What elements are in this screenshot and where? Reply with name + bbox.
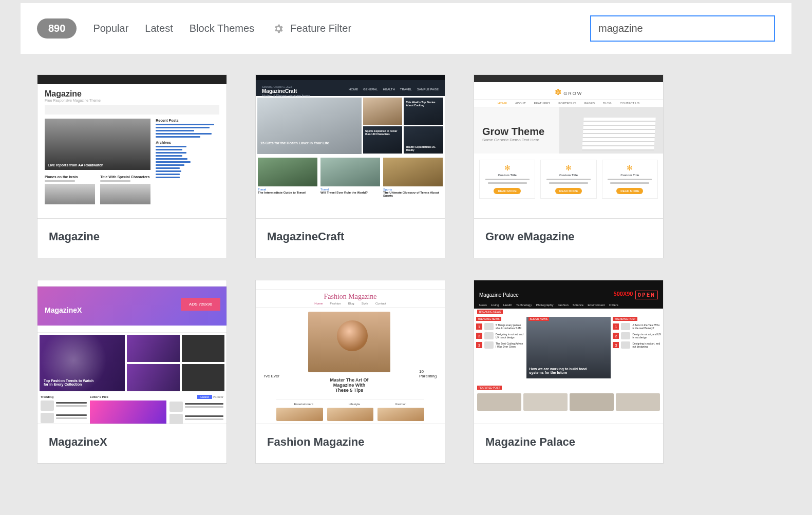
preview-post-title: The Ultimate Glossary of Terms About Spo… [383, 191, 443, 197]
preview-menu-item: Others [609, 303, 618, 307]
preview-site-tagline: Free Responsive Magazine Theme [45, 99, 219, 102]
theme-thumbnail: Magazine Free Responsive Magazine Theme … [37, 75, 226, 219]
results-count-badge: 890 [37, 18, 77, 39]
preview-menu-item: Photography [536, 303, 553, 307]
preview-logo: MagazineX [45, 306, 82, 314]
preview-menu-item: Health [503, 303, 512, 307]
preview-brand: Magazine Palace [479, 292, 519, 298]
tab-popular[interactable]: Popular [93, 23, 128, 34]
preview-menu-item: News [479, 303, 487, 307]
preview-menu-item: Style [362, 302, 368, 305]
preview-menu-item: Contact [375, 302, 386, 305]
preview-section-label: FEATURED POST [477, 386, 502, 390]
theme-search-input[interactable] [590, 15, 775, 42]
preview-tile-caption: Sports Explained in Fewer than 140 Chara… [365, 129, 403, 136]
theme-thumbnail: Magazine Palace 500X90 OPEN News Living … [474, 280, 663, 424]
preview-section-label: TRENDING NEWS [476, 317, 501, 321]
tab-block-themes[interactable]: Block Themes [190, 23, 254, 34]
preview-hero-title: How we are working to build food systems… [530, 367, 589, 374]
theme-card-magazinecraft[interactable]: Saturday, October 1, 2022 MagazineCraft … [255, 74, 445, 258]
preview-post-title: The Best Coding Advice I Was Ever Given [496, 342, 524, 348]
preview-category: Lifestyle [349, 403, 360, 406]
preview-post-title: The Intermediate Guide to Travel [258, 191, 317, 194]
preview-tile-caption: This Week's Top Stories About Cooking [406, 101, 443, 107]
preview-menu-item: Fashion [557, 303, 568, 307]
preview-button: READ MORE [494, 188, 520, 194]
preview-post-title: Design is not art, and UX is not design [632, 333, 661, 339]
preview-feature-title: Custom Title [544, 174, 593, 177]
preview-post-title: Will Travel Ever Rule the World? [320, 191, 380, 194]
theme-thumbnail: ✽ GROW HOME ABOUT FEATURES PORTFOLIO PAG… [474, 75, 663, 219]
preview-menu-item: Technology [516, 303, 532, 307]
preview-menu-item: BLOG [603, 102, 612, 105]
preview-feature-title: Custom Title [483, 174, 532, 177]
theme-name: Grow eMagazine [474, 219, 663, 258]
preview-hero-title: Master The Art Of Magazine With These 5 … [328, 377, 371, 393]
preview-post-title: 5 Things every person should do before 5… [496, 323, 524, 330]
preview-menu-item: TRAVEL [400, 88, 412, 91]
preview-tile-caption: Health: Expectations vs. Reality [406, 145, 443, 151]
theme-thumbnail: Saturday, October 1, 2022 MagazineCraft … [256, 75, 445, 219]
preview-menu-item: Living [491, 303, 499, 307]
preview-menu-item: GENERAL [363, 88, 378, 91]
preview-hero-title: 15 Gifts for the Health Lover in Your Li… [260, 141, 329, 145]
theme-thumbnail: MagazineX ADS 728x90 Top Fashion Trends … [37, 280, 226, 424]
tab-latest[interactable]: Latest [145, 23, 173, 34]
preview-post-title: Planes on the brain [45, 175, 95, 179]
preview-feature-title: Custom Title [606, 174, 654, 177]
preview-ad-placeholder: ADS 728x90 [181, 298, 220, 311]
theme-name: Fashion Magazine [256, 424, 445, 463]
theme-name: MagazineX [37, 424, 226, 463]
preview-side-caption: I've Ever [256, 374, 281, 393]
preview-menu-item: Blog [348, 302, 354, 305]
preview-menu-item: CONTACT US [620, 102, 639, 105]
preview-menu-item: PAGES [584, 102, 595, 105]
preview-hero-caption: Live reports from AA Roadwatch [48, 163, 103, 167]
theme-card-fashion-magazine[interactable]: Fashion Magazine Home Fashion Blog Style… [255, 280, 445, 464]
preview-ticker-label: BREAKING NEWS [477, 310, 503, 314]
preview-menu-item: FEATURES [534, 102, 551, 105]
feature-filter-button[interactable]: Feature Filter [290, 23, 351, 34]
preview-menu-item: Home [314, 302, 323, 305]
preview-menu-item: PORTFOLIO [558, 102, 576, 105]
theme-card-magazine[interactable]: Magazine Free Responsive Magazine Theme … [37, 74, 227, 258]
preview-category: Entertainment [294, 403, 313, 406]
preview-sidebar-heading: Archives [156, 141, 219, 144]
theme-card-magazinex[interactable]: MagazineX ADS 728x90 Top Fashion Trends … [37, 280, 227, 464]
preview-brand: GROW [563, 91, 582, 96]
preview-menu-item: HOME [498, 102, 507, 105]
preview-section-label: Trending [41, 395, 87, 398]
theme-card-grow-emagazine[interactable]: ✽ GROW HOME ABOUT FEATURES PORTFOLIO PAG… [474, 74, 664, 258]
preview-button: READ MORE [616, 188, 643, 194]
preview-menu-item: Fashion [330, 302, 341, 305]
preview-ad: 500X90 OPEN [614, 291, 658, 299]
preview-post-title: Designing is not art, and not designing [632, 342, 661, 348]
theme-grid: Magazine Free Responsive Magazine Theme … [0, 54, 812, 484]
theme-filter-bar: 890 Popular Latest Block Themes Feature … [21, 3, 791, 54]
preview-post-title: Title With Special Characters [100, 175, 150, 179]
preview-hero-subtitle: Some Generic Demo Text Here [482, 138, 544, 142]
preview-section-label: Popular [213, 395, 223, 398]
preview-post-title: A Twist in the Tale: Who is the real Ban… [632, 323, 661, 330]
preview-category: Fashion [395, 403, 406, 406]
preview-section-label: Latest [197, 395, 212, 399]
preview-button: READ MORE [555, 188, 582, 194]
theme-card-magazine-palace[interactable]: Magazine Palace 500X90 OPEN News Living … [474, 280, 664, 464]
preview-menu-item: SAMPLE PAGE [417, 88, 439, 91]
preview-site-title: Magazine [45, 89, 219, 99]
theme-name: Magazine [37, 219, 226, 258]
gear-icon [273, 23, 284, 34]
preview-hero-title: Top Fashion Trends to Watch for in Every… [44, 379, 95, 386]
preview-hero-title: Grow Theme [482, 126, 544, 138]
preview-section-label: TRENDING POST [613, 317, 637, 321]
theme-name: MagazineCraft [256, 219, 445, 258]
preview-menu-item: Science [573, 303, 583, 307]
preview-menu-item: HEALTH [383, 88, 395, 91]
preview-post-title: Designing is not art, and UX is not desi… [496, 333, 524, 339]
theme-thumbnail: Fashion Magazine Home Fashion Blog Style… [256, 280, 445, 424]
preview-section-label: Editor's Pick [90, 395, 167, 398]
preview-menu-item: HOME [349, 88, 358, 91]
preview-sidebar-heading: Recent Posts [156, 119, 219, 122]
preview-side-caption: 10 Parenting [417, 369, 445, 393]
preview-menu-item: ABOUT [515, 102, 526, 105]
